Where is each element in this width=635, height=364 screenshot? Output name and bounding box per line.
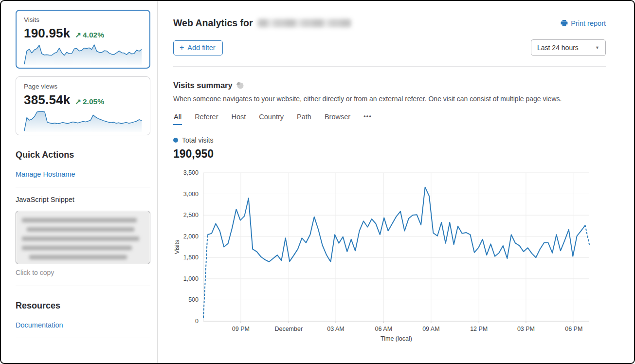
tab-path[interactable]: Path [296,113,312,125]
manage-hostname-link[interactable]: Manage Hostname [16,170,75,178]
add-filter-button[interactable]: + Add filter [173,40,223,55]
svg-text:Time (local): Time (local) [381,335,412,342]
metric-value: 385.54k [24,92,70,108]
tab-browser[interactable]: Browser [324,113,351,125]
redacted-code-line [22,246,132,250]
chevron-down-icon: ▼ [595,45,599,50]
divider [16,286,150,286]
divider [173,66,606,67]
metric-card-page-views[interactable]: Page views 385.54k ↗2.05% [16,76,150,135]
metric-value: 190.95k [24,26,70,41]
metric-delta: ↗4.02% [75,31,104,39]
page-title: Web Analytics for [173,18,351,29]
line-chart-svg: 05001,0001,5002,0002,5003,0003,50009 PMD… [173,166,604,345]
javascript-snippet-label: JavaScript Snippet [16,196,150,203]
trend-up-arrow-icon: ↗ [75,97,81,106]
visits-line-chart: 05001,0001,5002,0002,5003,0003,50009 PMD… [173,166,606,345]
svg-text:2,000: 2,000 [183,233,199,240]
javascript-snippet-code-box[interactable] [16,211,150,264]
printer-icon [561,19,568,27]
time-range-dropdown[interactable]: Last 24 hours ▼ [531,39,606,56]
metric-delta: ↗2.05% [75,97,104,106]
visits-summary-heading: Visits summary [173,81,233,90]
sidebar: Visits 190.95k ↗4.02% Page views 385.54k… [1,1,158,363]
divider [16,187,150,187]
legend-label: Total visits [182,136,214,144]
divider [16,338,150,338]
svg-text:2,500: 2,500 [183,212,199,218]
svg-text:0: 0 [195,318,199,325]
svg-text:1,500: 1,500 [183,254,199,261]
svg-text:06 PM: 06 PM [565,326,582,332]
visits-summary-description: When someone navigates to your website, … [173,95,606,103]
quick-actions-heading: Quick Actions [16,150,150,160]
resources-heading: Resources [16,301,150,311]
metric-card-visits[interactable]: Visits 190.95k ↗4.02% [16,10,150,69]
summary-tabs: All Referer Host Country Path Browser ••… [173,113,606,125]
svg-text:3,500: 3,500 [183,169,199,176]
click-to-copy-hint: Click to copy [16,269,150,276]
metric-label: Page views [24,83,142,90]
svg-text:December: December [274,326,303,332]
metric-label: Visits [24,16,142,23]
svg-text:03 PM: 03 PM [517,326,535,332]
pie-chart-icon [236,82,244,89]
tab-referer[interactable]: Referer [194,113,218,125]
svg-text:1,000: 1,000 [183,275,199,282]
redacted-code-line [29,255,127,259]
svg-text:500: 500 [188,296,199,303]
svg-text:3,000: 3,000 [183,191,199,198]
tab-all[interactable]: All [173,113,182,125]
chart-legend: Total visits [173,136,606,144]
visits-sparkline-chart [24,43,142,65]
tab-overflow-menu[interactable]: ••• [363,113,372,125]
tab-host[interactable]: Host [231,113,246,125]
documentation-link[interactable]: Documentation [16,321,63,329]
svg-text:09 PM: 09 PM [232,326,250,332]
redacted-code-line [22,237,139,241]
redacted-code-line [27,227,134,232]
print-report-link[interactable]: Print report [561,19,606,27]
svg-text:Visits: Visits [174,240,181,255]
plus-icon: + [180,44,184,52]
trend-up-arrow-icon: ↗ [75,31,81,39]
app-window: Visits 190.95k ↗4.02% Page views 385.54k… [0,0,635,364]
main-panel: Web Analytics for Print report + Add fil… [158,1,634,363]
redacted-domain [258,19,351,27]
svg-text:12 PM: 12 PM [470,326,488,332]
svg-text:03 AM: 03 AM [327,326,344,332]
svg-text:06 AM: 06 AM [375,326,392,332]
svg-text:09 AM: 09 AM [422,326,439,332]
redacted-code-line [22,218,137,222]
legend-dot-icon [173,138,178,143]
tab-country[interactable]: Country [258,113,284,125]
total-visits-value: 190,950 [173,147,606,161]
page-views-sparkline-chart [24,109,142,132]
